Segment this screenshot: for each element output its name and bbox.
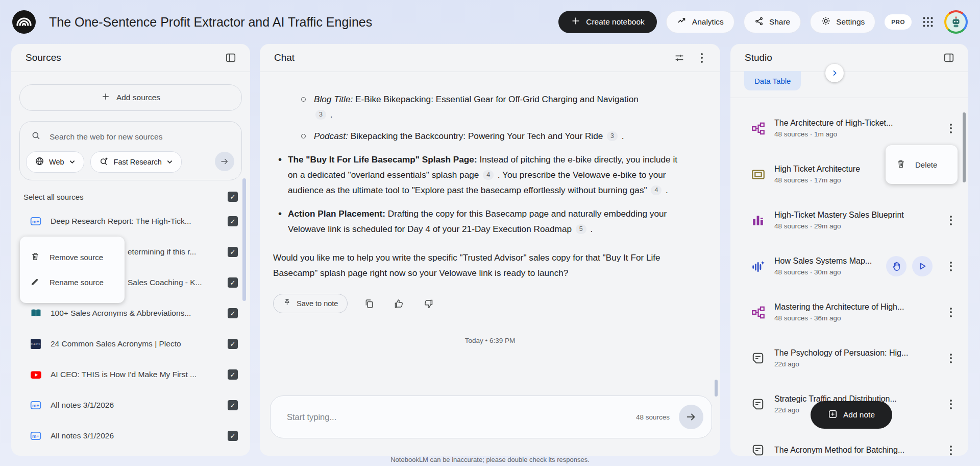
citation-badge[interactable]: 4 (483, 170, 494, 180)
search-submit-button[interactable] (215, 152, 234, 171)
sources-scrollbar[interactable] (242, 178, 246, 301)
studio-item-more-icon[interactable] (944, 397, 958, 411)
svg-text:m+: m+ (32, 434, 39, 439)
source-list-item[interactable]: m+All notes 3/1/2026✓ (11, 421, 250, 451)
sources-panel-title: Sources (26, 52, 61, 63)
web-filter-chip[interactable]: Web (26, 151, 84, 173)
studio-item-title: High-Ticket Mastery Sales Blueprint (774, 211, 935, 220)
analytics-button[interactable]: Analytics (666, 11, 734, 33)
studio-item-title: The Architecture of High-Ticket... (774, 119, 935, 128)
expand-panel-icon[interactable] (941, 50, 957, 66)
collapse-panel-icon[interactable] (223, 50, 239, 66)
save-to-note-button[interactable]: Save to note (273, 294, 348, 313)
studio-item-more-icon[interactable] (944, 121, 958, 135)
search-input[interactable] (48, 132, 235, 142)
source-checkbox[interactable]: ✓ (228, 216, 238, 226)
chat-panel-header: Chat (260, 44, 720, 72)
source-count-label: 48 sources (636, 413, 670, 421)
source-list-item[interactable]: AI CEO: THIS is How I'd Make My First ..… (11, 359, 250, 390)
thumbs-down-icon[interactable] (420, 295, 436, 312)
interactive-mode-button[interactable] (886, 256, 906, 276)
pro-badge: PRO (885, 14, 912, 30)
send-button[interactable] (679, 405, 703, 429)
create-notebook-button[interactable]: Create notebook (558, 11, 657, 33)
source-title: 24 Common Sales Acronyms | Plecto (51, 339, 219, 348)
studio-item-more-icon[interactable] (944, 259, 958, 273)
source-checkbox[interactable]: ✓ (228, 308, 238, 318)
chat-input-bar: 48 sources (270, 395, 712, 438)
source-checkbox[interactable]: ✓ (228, 400, 238, 410)
chat-input[interactable] (286, 412, 636, 423)
thumbs-up-icon[interactable] (390, 295, 407, 312)
source-title: Sales Coaching - K... (128, 278, 219, 287)
source-title: AI CEO: THIS is How I'd Make My First ..… (51, 370, 219, 379)
studio-panel-header: Studio (730, 44, 968, 72)
search-icon (31, 131, 41, 143)
sources-panel-header: Sources (11, 44, 250, 72)
source-checkbox[interactable]: ✓ (228, 277, 238, 288)
source-checkbox[interactable]: ✓ (228, 369, 238, 380)
source-list-item[interactable]: m+Deep Research Report: The High-Tick...… (11, 206, 250, 237)
research-mode-chip[interactable]: Fast Research (90, 151, 182, 173)
note-icon (751, 443, 765, 456)
source-list-item[interactable]: m+All notes 3/1/2026✓ (11, 390, 250, 421)
chat-message: Podcast: Bikepacking the Backcountry: Po… (314, 128, 652, 144)
studio-item-more-icon[interactable] (944, 305, 958, 319)
plus-icon (101, 92, 110, 103)
play-button[interactable] (912, 256, 933, 276)
studio-item[interactable]: The Psychology of Persuasion: Hig...22d … (730, 335, 968, 381)
studio-item-more-icon[interactable] (944, 213, 958, 227)
pin-icon (283, 298, 291, 309)
chat-more-menu-icon[interactable] (695, 51, 709, 65)
citation-badge[interactable]: 5 (576, 224, 586, 234)
citation-badge[interactable]: 4 (651, 185, 662, 195)
data-table-chip[interactable]: Data Table (744, 71, 801, 90)
studio-item-meta: 22d ago (774, 360, 935, 368)
studio-item-actions (886, 256, 933, 276)
brand-block: The One-Sentence Profit Extractor and AI… (12, 6, 372, 38)
trending-up-icon (677, 16, 687, 28)
add-sources-button[interactable]: Add sources (19, 84, 242, 111)
source-checkbox[interactable]: ✓ (228, 247, 238, 257)
avatar-robot-image (946, 12, 966, 32)
source-type-icon: m+ (30, 215, 42, 227)
citation-badge[interactable]: 3 (607, 131, 618, 141)
sparkle-search-icon (99, 156, 109, 168)
svg-text:PLECTO: PLECTO (31, 343, 40, 345)
studio-item[interactable]: How Sales Systems Map...48 sources · 30m… (730, 243, 968, 289)
notebooklm-logo-icon (12, 10, 36, 34)
note-icon (751, 397, 765, 411)
studio-item-more-icon[interactable] (944, 443, 958, 456)
studio-item[interactable]: The Architecture of High-Ticket...48 sou… (730, 105, 968, 151)
citation-badge[interactable]: 3 (315, 110, 326, 120)
copy-icon[interactable] (361, 295, 377, 312)
audio-icon (751, 259, 765, 273)
delete-menu-item[interactable]: Delete (886, 152, 947, 177)
select-all-checkbox[interactable]: ✓ (228, 192, 238, 202)
trash-icon (896, 159, 906, 171)
svg-text:m+: m+ (32, 219, 39, 224)
studio-item[interactable]: The Acronym Method for Batching... (730, 427, 968, 456)
remove-source-menu-item[interactable]: Remove source (20, 245, 125, 270)
studio-item[interactable]: Mastering the Architecture of High...48 … (730, 289, 968, 335)
studio-item[interactable]: High-Ticket Mastery Sales Blueprint48 so… (730, 197, 968, 243)
studio-scrollbar[interactable] (963, 112, 966, 182)
slides-icon (751, 167, 765, 181)
add-note-button[interactable]: Add note (811, 401, 892, 429)
chat-settings-icon[interactable] (671, 50, 688, 66)
studio-item-meta: 48 sources · 1m ago (774, 130, 935, 138)
studio-item-more-icon[interactable] (944, 351, 958, 365)
studio-tools-row: Data Table (730, 72, 968, 98)
studio-item-meta: 48 sources · 30m ago (774, 268, 877, 276)
user-avatar[interactable] (944, 10, 968, 34)
chat-scrollbar[interactable] (715, 380, 718, 397)
apps-grid-icon[interactable] (921, 15, 935, 29)
share-button[interactable]: Share (744, 11, 801, 33)
source-checkbox[interactable]: ✓ (228, 339, 238, 349)
settings-button[interactable]: Settings (810, 11, 875, 33)
rename-source-menu-item[interactable]: Rename source (20, 270, 125, 295)
source-list-item[interactable]: PLECTO24 Common Sales Acronyms | Plecto✓ (11, 329, 250, 359)
source-checkbox[interactable]: ✓ (228, 431, 238, 441)
chips-next-button[interactable] (825, 64, 844, 82)
source-title: 100+ Sales Acronyms & Abbreviations... (51, 309, 219, 318)
